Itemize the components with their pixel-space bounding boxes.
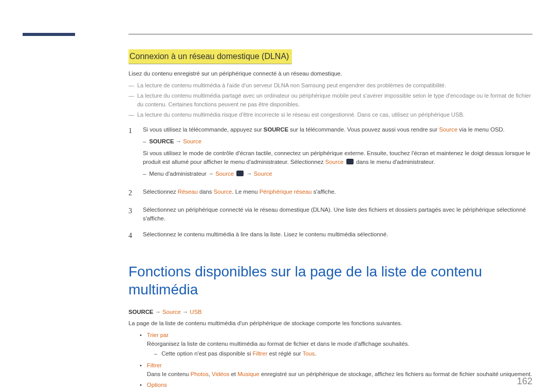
step-number: 2 <box>128 188 137 198</box>
header-rule <box>128 34 532 34</box>
sub-item: – Menu d'administrateur → Source → Sourc… <box>143 170 532 178</box>
arrow-text: → <box>181 309 190 315</box>
text: Sélectionnez <box>143 189 178 195</box>
text: sur la télécommande. Vous pouvez aussi v… <box>288 126 439 133</box>
dash-icon: – <box>143 137 146 146</box>
big-intro: La page de la liste de contenu multimédi… <box>128 319 532 328</box>
dash-icon: ― <box>128 110 134 119</box>
step-body: Si vous utilisez la télécommande, appuye… <box>143 125 532 180</box>
step-body: Sélectionnez le contenu multimédia à lir… <box>143 230 532 241</box>
dash-icon: – <box>154 349 157 358</box>
reseau-link: Réseau <box>178 189 198 195</box>
step-sublist: – Menu d'administrateur → Source → Sourc… <box>143 170 532 178</box>
sub-text: Menu d'administrateur → Source → Source <box>149 170 272 178</box>
text: Cette option n'est pas disponible si <box>161 350 252 357</box>
page-number: 162 <box>517 376 532 387</box>
usb-link: USB <box>190 309 201 315</box>
dash-icon: ― <box>128 91 134 108</box>
sub-text: SOURCE → Source <box>149 137 201 146</box>
section-heading: Connexion à un réseau domestique (DLNA) <box>128 49 292 64</box>
text: . Le menu <box>232 189 259 195</box>
note-text: La lecture de contenu multimédia à l'aid… <box>137 81 446 90</box>
source-link: Source <box>162 309 181 315</box>
text: s'affiche. <box>312 189 336 195</box>
step-3: 3 Sélectionnez un périphérique connecté … <box>128 206 532 223</box>
note-text: La lecture du contenu multimédia partagé… <box>137 91 532 108</box>
text: est réglé sur <box>267 350 302 357</box>
text: . <box>315 350 317 357</box>
note-item: ― La lecture du contenu multimédia parta… <box>128 91 532 108</box>
source-link: Source <box>215 171 234 177</box>
bullet-icon: • <box>140 381 142 392</box>
note-item: ― La lecture du contenu multimédia risqu… <box>128 110 532 119</box>
main-heading: Fonctions disponibles sur la page de la … <box>128 263 532 298</box>
step-body: Sélectionnez un périphérique connecté vi… <box>143 206 532 223</box>
videos-link: Vidéos <box>212 371 229 377</box>
photos-link: Photos <box>191 371 209 377</box>
nav-path: SOURCE → Source → USB <box>128 308 532 316</box>
text: Menu d'administrateur → <box>149 171 215 177</box>
text: et <box>229 371 237 377</box>
note-item: ― La lecture de contenu multimédia à l'a… <box>128 81 532 90</box>
arrow-text: → <box>174 138 183 144</box>
feature-label: Options <box>147 382 167 388</box>
text: → <box>245 171 254 177</box>
source-link: Source <box>214 189 232 195</box>
text: via le menu OSD. <box>457 126 505 133</box>
peripherique-link: Périphérique réseau <box>260 189 312 195</box>
dash-icon: ― <box>128 81 134 90</box>
feature-sub-item: – Cette option n'est pas disponible si F… <box>154 349 532 358</box>
feature-label: Trier par <box>147 332 169 338</box>
source-chip-icon <box>346 159 354 164</box>
step-sublist: – SOURCE → Source <box>143 137 532 146</box>
source-keyword: SOURCE <box>128 309 153 315</box>
step-line2: Si vous utilisez le mode de contrôle d'é… <box>143 149 532 166</box>
feature-label: Filtrer <box>147 362 162 368</box>
feature-body: Trier par Réorganisez la liste de conten… <box>147 331 532 359</box>
feature-filtrer: • Filtrer Dans le contenu Photos, Vidéos… <box>140 361 532 379</box>
step-body: Sélectionnez Réseau dans Source. Le menu… <box>143 188 532 198</box>
notes-list: ― La lecture de contenu multimédia à l'a… <box>128 81 532 119</box>
source-keyword: SOURCE <box>264 126 288 133</box>
feature-desc: Dans le contenu Photos, Vidéos et Musiqu… <box>147 370 532 379</box>
text: enregistré sur un périphérique de stocka… <box>260 371 532 377</box>
tous-link: Tous <box>303 350 315 357</box>
step-1: 1 Si vous utilisez la télécommande, appu… <box>128 125 532 180</box>
feature-desc: Réorganisez la liste de contenu multiméd… <box>147 340 532 348</box>
header-marker <box>23 33 75 36</box>
page-content: Connexion à un réseau domestique (DLNA) … <box>128 49 532 392</box>
musique-link: Musique <box>237 371 260 377</box>
bullet-icon: • <box>140 331 142 359</box>
steps-list: 1 Si vous utilisez la télécommande, appu… <box>128 125 532 241</box>
sub-text: Cette option n'est pas disponible si Fil… <box>161 349 317 358</box>
source-chip-icon <box>236 171 244 176</box>
text: Dans le contenu <box>147 371 191 377</box>
source-keyword: SOURCE <box>149 138 174 144</box>
source-link: Source <box>439 126 457 133</box>
step-number: 1 <box>128 125 137 180</box>
features-list: • Trier par Réorganisez la liste de cont… <box>140 331 532 392</box>
source-link: Source <box>254 171 272 177</box>
feature-body: Filtrer Dans le contenu Photos, Vidéos e… <box>147 361 532 379</box>
text: dans le menu d'administrateur. <box>355 159 435 165</box>
step-2: 2 Sélectionnez Réseau dans Source. Le me… <box>128 188 532 198</box>
feature-body: Options – Cette option n'est pas disponi… <box>147 381 532 392</box>
dash-icon: – <box>143 170 146 178</box>
text: dans <box>198 189 214 195</box>
step-4: 4 Sélectionnez le contenu multimédia à l… <box>128 230 532 241</box>
feature-trier: • Trier par Réorganisez la liste de cont… <box>140 331 532 359</box>
feature-options: • Options – Cette option n'est pas dispo… <box>140 381 532 392</box>
note-text: La lecture du contenu multimédia risque … <box>137 110 465 119</box>
bullet-icon: • <box>140 361 142 379</box>
source-link: Source <box>325 159 344 165</box>
source-link: Source <box>183 138 201 144</box>
step-number: 3 <box>128 206 137 223</box>
section-intro: Lisez du contenu enregistré sur un périp… <box>128 69 532 78</box>
text: Si vous utilisez la télécommande, appuye… <box>143 126 264 133</box>
sub-item: – SOURCE → Source <box>143 137 532 146</box>
step-number: 4 <box>128 230 137 241</box>
filtrer-link: Filtrer <box>253 350 268 357</box>
arrow-text: → <box>153 309 162 315</box>
feature-sublist: – Cette option n'est pas disponible si F… <box>154 349 532 358</box>
